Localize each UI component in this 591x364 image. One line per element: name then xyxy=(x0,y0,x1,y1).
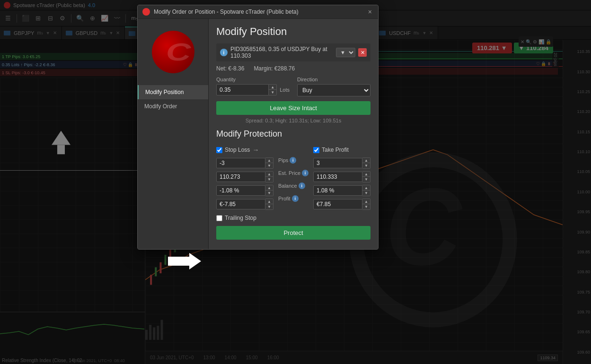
tp-profit-up[interactable]: ▲ xyxy=(362,199,370,204)
margin-value: Margin: €288.76 xyxy=(254,65,295,72)
quantity-input-wrap: ▲ ▼ Lots xyxy=(216,84,290,95)
stop-loss-profit-input[interactable] xyxy=(216,199,265,209)
direction-select[interactable]: Buy Sell xyxy=(297,84,370,96)
position-info-row: i PID30585168, 0.35 of USDJPY Buy at 110… xyxy=(216,43,370,61)
modal-close-button[interactable]: × xyxy=(367,8,373,16)
quantity-down[interactable]: ▼ xyxy=(269,90,276,95)
modal-titlebar: Modify Order or Position - Spotware cTra… xyxy=(138,5,378,19)
spread-info: Spread: 0.3; High: 110.31s; Low: 109.51s xyxy=(216,118,370,123)
sl-pips-down[interactable]: ▼ xyxy=(265,163,273,168)
stop-loss-label: Stop Loss xyxy=(225,147,250,153)
stop-loss-profit-input-row: ▲ ▼ xyxy=(216,199,273,210)
tp-bal-down[interactable]: ▼ xyxy=(362,191,370,196)
take-profit-price-input-row: ▲ ▼ xyxy=(313,171,370,182)
sl-profit-down[interactable]: ▼ xyxy=(265,204,273,209)
trailing-stop-checkbox[interactable] xyxy=(216,215,222,221)
sl-pips-up[interactable]: ▲ xyxy=(265,158,273,163)
stop-loss-checkbox[interactable] xyxy=(216,147,222,153)
modify-protection-heading: Modify Protection xyxy=(216,129,370,139)
take-profit-pips-spinners: ▲ ▼ xyxy=(362,157,370,169)
stop-loss-price-input[interactable] xyxy=(216,172,265,182)
stop-loss-col: Stop Loss → ▲ ▼ xyxy=(216,145,273,210)
stop-loss-header: Stop Loss → xyxy=(216,145,273,155)
net-value: Net: €-8.36 xyxy=(216,65,244,72)
stop-loss-profit-spinners: ▲ ▼ xyxy=(265,199,273,210)
direction-input-wrap: Buy Sell xyxy=(297,84,370,96)
pips-mid-label: Pips i xyxy=(278,155,296,165)
modal-title: Modify Order or Position - Spotware cTra… xyxy=(154,9,363,15)
tp-pips-down[interactable]: ▼ xyxy=(362,163,370,168)
profit-info-icon: i xyxy=(292,195,299,202)
leave-size-intact-button[interactable]: Leave Size Intact xyxy=(216,101,370,115)
take-profit-profit-input[interactable] xyxy=(313,199,362,209)
sidebar-item-modify-order[interactable]: Modify Order xyxy=(138,99,208,113)
stop-loss-balance-input-row: ▲ ▼ xyxy=(216,185,273,196)
take-profit-balance-spinners: ▲ ▼ xyxy=(362,185,370,196)
take-profit-header: Take Profit xyxy=(313,145,370,155)
trailing-stop-row: Trailing Stop xyxy=(216,215,370,221)
protect-button[interactable]: Protect xyxy=(216,226,370,240)
tp-price-down[interactable]: ▼ xyxy=(362,177,370,182)
take-profit-profit-spinners: ▲ ▼ xyxy=(362,199,370,210)
take-profit-price-input[interactable] xyxy=(313,172,362,182)
tp-pips-up[interactable]: ▲ xyxy=(362,158,370,163)
lots-label: Lots xyxy=(280,87,290,93)
take-profit-pips-input-row: ▲ ▼ xyxy=(313,157,370,169)
sl-price-up[interactable]: ▲ xyxy=(265,172,273,177)
tp-profit-down[interactable]: ▼ xyxy=(362,204,370,209)
sidebar-item-modify-position[interactable]: Modify Position xyxy=(138,85,208,99)
stop-loss-arrow-icon: → xyxy=(252,146,259,154)
est-price-info-icon: i xyxy=(302,170,309,176)
position-info-text: PID30585168, 0.35 of USDJPY Buy at 110.3… xyxy=(230,46,333,59)
direction-field: Direction Buy Sell xyxy=(297,77,370,96)
sl-bal-up[interactable]: ▲ xyxy=(265,185,273,191)
tp-price-up[interactable]: ▲ xyxy=(362,172,370,177)
position-close-button[interactable]: ✕ xyxy=(358,48,367,57)
modal-body: C Modify Position Modify Order Modify Po… xyxy=(138,19,378,249)
quantity-label: Quantity xyxy=(216,77,290,82)
position-select[interactable]: ▼ xyxy=(336,48,355,57)
sl-price-down[interactable]: ▼ xyxy=(265,177,273,182)
protection-mid-labels: Pips i Est. Price i Balance i Profit xyxy=(278,145,309,210)
info-icon: i xyxy=(220,49,228,56)
trailing-stop-label: Trailing Stop xyxy=(225,215,256,221)
take-profit-balance-input-row: ▲ ▼ xyxy=(313,185,370,196)
protection-grid: Stop Loss → ▲ ▼ xyxy=(216,145,370,210)
modal-logo: C xyxy=(150,28,197,76)
modal-sidebar: C Modify Position Modify Order xyxy=(138,19,209,249)
stop-loss-balance-spinners: ▲ ▼ xyxy=(265,185,273,196)
quantity-up[interactable]: ▲ xyxy=(269,85,276,90)
take-profit-pips-input[interactable] xyxy=(313,158,362,168)
profit-mid-label: Profit i xyxy=(278,193,299,204)
modal-content: Modify Position i PID30585168, 0.35 of U… xyxy=(209,19,378,249)
take-profit-price-spinners: ▲ ▼ xyxy=(362,171,370,182)
sl-profit-up[interactable]: ▲ xyxy=(265,199,273,204)
take-profit-label: Take Profit xyxy=(322,147,349,153)
net-margin-row: Net: €-8.36 Margin: €288.76 xyxy=(216,65,370,72)
sl-bal-down[interactable]: ▼ xyxy=(265,191,273,196)
take-profit-balance-input[interactable] xyxy=(313,185,362,196)
take-profit-profit-input-row: ▲ ▼ xyxy=(313,199,370,210)
modal-overlay: Modify Order or Position - Spotware cTra… xyxy=(0,0,591,364)
modal-heading: Modify Position xyxy=(216,26,370,38)
stop-loss-pips-input-row: ▲ ▼ xyxy=(216,157,273,169)
stop-loss-pips-input[interactable] xyxy=(216,158,265,168)
stop-loss-price-spinners: ▲ ▼ xyxy=(265,171,273,182)
modal-app-icon xyxy=(142,8,150,16)
stop-loss-pips-spinners: ▲ ▼ xyxy=(265,157,273,169)
modal-dialog: Modify Order or Position - Spotware cTra… xyxy=(137,5,379,250)
quantity-input[interactable] xyxy=(216,84,269,95)
tp-bal-up[interactable]: ▲ xyxy=(362,185,370,191)
est-price-mid-label: Est. Price i xyxy=(278,168,309,178)
take-profit-col: Take Profit ▲ ▼ xyxy=(313,145,370,210)
stop-loss-balance-input[interactable] xyxy=(216,185,265,196)
quantity-field: Quantity ▲ ▼ Lots xyxy=(216,77,290,96)
quantity-spinners: ▲ ▼ xyxy=(269,84,277,95)
quantity-direction-row: Quantity ▲ ▼ Lots Direction xyxy=(216,77,370,96)
pips-info-icon: i xyxy=(290,157,296,164)
take-profit-checkbox[interactable] xyxy=(313,147,319,153)
balance-mid-label: Balance i xyxy=(278,181,305,191)
balance-info-icon: i xyxy=(299,182,305,189)
stop-loss-price-input-row: ▲ ▼ xyxy=(216,171,273,182)
direction-label: Direction xyxy=(297,77,370,82)
